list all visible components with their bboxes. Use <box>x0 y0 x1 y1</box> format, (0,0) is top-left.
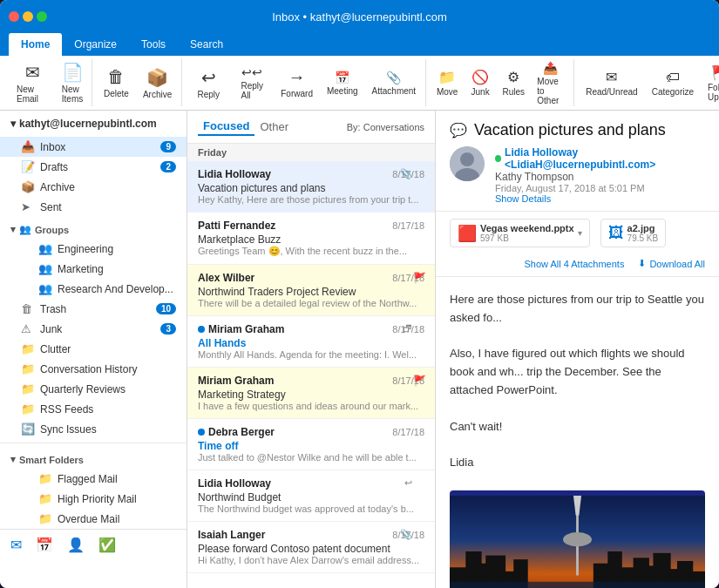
att-info: a2.jpg 79.5 KB <box>627 223 659 243</box>
reading-header: 💬 Vacation pictures and plans <box>436 111 719 212</box>
ribbon: Home Organize Tools Search ✉ New Email 📄… <box>0 33 719 111</box>
email-item[interactable]: Miriam Graham 8/17/18 All Hands Monthly … <box>187 316 435 368</box>
chat-icon: 💬 <box>450 122 467 139</box>
email-subject: All Hands <box>198 337 424 349</box>
body-paragraph-2: Also, I have figured out which flights w… <box>450 345 705 399</box>
maximize-button[interactable] <box>37 11 47 22</box>
email-list-header: Focused Other By: Conversations <box>187 111 435 144</box>
move-icon: 📁 <box>438 69 456 85</box>
email-item[interactable]: Alex Wilber 8/17/18 Northwind Traders Pr… <box>187 265 435 316</box>
forward-button[interactable]: → Forward <box>275 60 319 105</box>
sidebar-item-high-priority-mail[interactable]: 📁 High Priority Mail <box>0 489 187 509</box>
ribbon-tabs: Home Organize Tools Search <box>0 33 719 56</box>
new-items-button[interactable]: 📄 NewItems <box>57 60 88 105</box>
minimize-button[interactable] <box>23 11 33 22</box>
email-subject: Vacation pictures and plans <box>198 182 424 194</box>
sidebar-item-quarterly-reviews[interactable]: 📁 Quarterly Reviews <box>0 379 187 399</box>
sidebar-item-sent[interactable]: ➤ Sent <box>0 197 187 217</box>
tab-focused[interactable]: Focused <box>198 118 254 136</box>
overdue-mail-icon: 📁 <box>38 512 52 525</box>
email-sender: Patti Fernandez <box>198 220 275 232</box>
junk-button[interactable]: 🚫 Junk <box>465 60 496 105</box>
email-item[interactable]: Isaiah Langer 8/17/18 Please forward Con… <box>187 522 435 573</box>
tab-organize[interactable]: Organize <box>62 33 129 56</box>
show-all-attachments-link[interactable]: Show All 4 Attachments <box>524 258 624 269</box>
sidebar-item-rss-feeds[interactable]: 📁 RSS Feeds <box>0 399 187 419</box>
email-preview: Just talked to @Nestor Wilke and he will… <box>198 452 424 463</box>
categorize-button[interactable]: 🏷 Categorize <box>646 60 700 105</box>
email-item[interactable]: Lidia Holloway Northwind Budget The Nort… <box>187 470 435 522</box>
sidebar-item-sync-issues[interactable]: 🔄 Sync Issues <box>0 419 187 439</box>
attachment-item-pptx[interactable]: 🟥 Vegas weekend.pptx 597 KB ▾ <box>450 219 590 247</box>
title-bar: Inbox • kathyt@lucernepubintl.com <box>0 0 719 33</box>
tab-other[interactable]: Other <box>254 118 294 135</box>
tab-search[interactable]: Search <box>178 33 235 56</box>
email-item[interactable]: Miriam Graham 8/17/18 Marketing Strategy… <box>187 368 435 419</box>
sidebar-item-junk[interactable]: ⚠ Junk 3 <box>0 319 187 339</box>
sidebar-item-conversation-history[interactable]: 📁 Conversation History <box>0 359 187 379</box>
body-cant-wait: Can't wait! <box>450 418 705 436</box>
new-email-button[interactable]: ✉ New Email <box>10 60 55 105</box>
read-unread-button[interactable]: ✉ Read/Unread <box>580 60 643 105</box>
ribbon-group-respond: ↩ Reply ↩↩ ReplyAll → Forward 📅 Meeting … <box>184 59 426 106</box>
body-paragraph-1: Here are those pictures from our trip to… <box>450 291 705 328</box>
tasks-nav-icon[interactable]: ✅ <box>98 537 116 553</box>
move-button[interactable]: 📁 Move <box>431 60 463 105</box>
sidebar-item-research[interactable]: 👥 Research And Develop... <box>0 279 187 299</box>
email-item[interactable]: Patti Fernandez 8/17/18 Marketplace Buzz… <box>187 213 435 265</box>
rules-icon: ⚙ <box>507 69 519 85</box>
follow-up-icon: 🚩 <box>711 64 719 81</box>
mail-nav-icon[interactable]: ✉ <box>10 537 22 553</box>
archive-ribbon-button[interactable]: 📦 Archive <box>137 60 178 105</box>
title-bar-title: Inbox • kathyt@lucernepubintl.com <box>272 10 447 24</box>
trash-icon: 🗑 <box>21 302 35 315</box>
sidebar-item-trash[interactable]: 🗑 Trash 10 <box>0 299 187 319</box>
download-all-link[interactable]: ⬇ Download All <box>638 258 705 269</box>
reply-all-button[interactable]: ↩↩ ReplyAll <box>231 60 273 105</box>
meeting-button[interactable]: 📅 Meeting <box>321 60 364 105</box>
email-sender: Isaiah Langer <box>198 529 265 541</box>
smart-folders-header[interactable]: ▾ Smart Folders <box>0 447 187 469</box>
email-item[interactable]: Lidia Holloway 8/17/18 Vacation pictures… <box>187 161 435 213</box>
email-preview: I have a few questions and ideas around … <box>198 401 424 411</box>
attachment-item-jpg[interactable]: 🖼 a2.jpg 79.5 KB <box>600 219 667 247</box>
email-preview: The Northwind budget was approved at tod… <box>198 504 424 514</box>
smart-folders-collapse-icon: ▾ <box>10 454 16 465</box>
sidebar-item-marketing[interactable]: 👥 Marketing <box>0 259 187 279</box>
online-status-dot <box>495 155 501 162</box>
email-subject: Time off <box>198 440 424 452</box>
follow-up-button[interactable]: 🚩 FollowUp <box>702 60 719 105</box>
reply-button[interactable]: ↩ Reply <box>187 60 229 105</box>
calendar-nav-icon[interactable]: 📅 <box>36 537 53 553</box>
email-list-scroll[interactable]: Friday Lidia Holloway 8/17/18 Vacation p… <box>187 144 435 588</box>
sort-by[interactable]: By: Conversations <box>347 122 424 132</box>
attachment-button[interactable]: 📎 Attachment <box>366 60 423 105</box>
tab-tools[interactable]: Tools <box>129 33 178 56</box>
close-button[interactable] <box>9 11 19 22</box>
people-nav-icon[interactable]: 👤 <box>67 537 85 553</box>
archive-ribbon-icon: 📦 <box>146 67 168 88</box>
groups-collapse-icon: ▾ <box>10 224 16 235</box>
sidebar-item-drafts[interactable]: 📝 Drafts 2 <box>0 157 187 177</box>
sidebar-item-flagged-mail[interactable]: 📁 Flagged Mail <box>0 469 187 489</box>
sender-to: Kathy Thompson <box>495 171 705 183</box>
svg-point-1 <box>460 152 474 166</box>
delete-button[interactable]: 🗑 Delete <box>98 60 135 105</box>
groups-header[interactable]: ▾ 👥 Groups <box>0 217 187 239</box>
sidebar-item-overdue-mail[interactable]: 📁 Overdue Mail <box>0 509 187 529</box>
window-icon: 🗗 <box>403 323 412 334</box>
sidebar-item-clutter[interactable]: 📁 Clutter <box>0 339 187 359</box>
move-to-other-button[interactable]: 📤 Move toOther <box>531 60 570 105</box>
bottom-nav: ✉ 📅 👤 ✅ <box>0 529 187 560</box>
rules-button[interactable]: ⚙ Rules <box>498 60 529 105</box>
account-header[interactable]: ▾ kathyt@lucernepubintl.com <box>0 111 187 137</box>
date-section: Friday <box>187 144 435 161</box>
sidebar-item-engineering[interactable]: 👥 Engineering <box>0 239 187 259</box>
sidebar-item-inbox[interactable]: 📥 Inbox 9 <box>0 137 187 157</box>
tab-home[interactable]: Home <box>9 33 62 56</box>
show-details-link[interactable]: Show Details <box>495 193 705 204</box>
marketing-icon: 👥 <box>38 262 52 275</box>
email-item[interactable]: Debra Berger 8/17/18 Time off Just talke… <box>187 419 435 470</box>
sidebar-item-archive[interactable]: 📦 Archive <box>0 177 187 197</box>
ribbon-group-move: 📁 Move 🚫 Junk ⚙ Rules 📤 Move toOther <box>428 59 574 106</box>
